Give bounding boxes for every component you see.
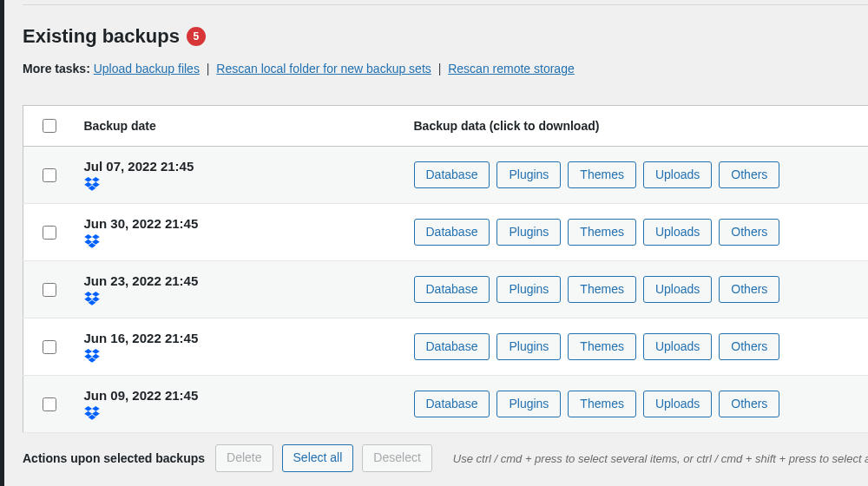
storage-indicator xyxy=(84,292,397,305)
backup-date: Jun 30, 2022 21:45 xyxy=(84,216,397,231)
plugins-button[interactable]: Plugins xyxy=(496,333,561,361)
heading-title: Existing backups xyxy=(23,25,180,48)
actions-hint: Use ctrl / cmd + press to select several… xyxy=(453,452,868,465)
table-row: Jun 16, 2022 21:45DatabasePluginsThemesU… xyxy=(23,319,869,376)
storage-indicator xyxy=(84,177,397,191)
plugins-button[interactable]: Plugins xyxy=(496,219,561,246)
top-divider xyxy=(23,4,868,5)
table-row: Jun 30, 2022 21:45DatabasePluginsThemesU… xyxy=(23,204,869,261)
separator: | xyxy=(203,62,214,76)
plugins-button[interactable]: Plugins xyxy=(496,276,561,304)
database-button[interactable]: Database xyxy=(414,219,490,246)
dropbox-icon xyxy=(84,349,100,363)
storage-indicator xyxy=(84,349,397,363)
table-row: Jun 09, 2022 21:45DatabasePluginsThemesU… xyxy=(23,376,869,433)
col-checkbox xyxy=(23,106,76,147)
data-buttons: DatabasePluginsThemesUploadsOthers xyxy=(414,219,860,246)
col-backup-date: Backup date xyxy=(76,106,405,147)
uploads-button[interactable]: Uploads xyxy=(643,161,712,189)
themes-button[interactable]: Themes xyxy=(568,161,636,189)
uploads-button[interactable]: Uploads xyxy=(643,219,712,246)
plugins-button[interactable]: Plugins xyxy=(496,161,561,189)
actions-label: Actions upon selected backups xyxy=(23,451,205,465)
backup-date: Jun 09, 2022 21:45 xyxy=(84,388,397,403)
rescan-local-link[interactable]: Rescan local folder for new backup sets xyxy=(216,62,431,76)
separator: | xyxy=(435,62,445,76)
backups-table-wrap: Backup date Backup data (click to downlo… xyxy=(23,105,868,433)
backup-count-badge: 5 xyxy=(187,27,206,46)
row-checkbox[interactable] xyxy=(43,397,56,411)
storage-indicator xyxy=(84,234,397,248)
storage-indicator xyxy=(84,406,397,420)
deselect-button[interactable]: Deselect xyxy=(362,444,431,472)
more-tasks-label: More tasks: xyxy=(23,62,90,76)
dropbox-icon xyxy=(84,406,100,420)
backup-date: Jul 07, 2022 21:45 xyxy=(84,159,397,174)
others-button[interactable]: Others xyxy=(719,219,779,246)
dropbox-icon xyxy=(84,292,100,305)
rescan-remote-link[interactable]: Rescan remote storage xyxy=(448,62,575,76)
row-checkbox[interactable] xyxy=(43,226,56,240)
themes-button[interactable]: Themes xyxy=(568,333,636,361)
database-button[interactable]: Database xyxy=(414,333,490,361)
themes-button[interactable]: Themes xyxy=(568,219,636,246)
backup-date: Jun 16, 2022 21:45 xyxy=(84,331,397,345)
database-button[interactable]: Database xyxy=(414,161,490,189)
others-button[interactable]: Others xyxy=(719,161,779,189)
database-button[interactable]: Database xyxy=(414,391,490,418)
data-buttons: DatabasePluginsThemesUploadsOthers xyxy=(414,161,860,189)
data-buttons: DatabasePluginsThemesUploadsOthers xyxy=(414,276,860,304)
more-tasks-line: More tasks: Upload backup files | Rescan… xyxy=(23,61,575,78)
table-row: Jun 23, 2022 21:45DatabasePluginsThemesU… xyxy=(23,261,869,319)
plugins-button[interactable]: Plugins xyxy=(496,391,561,418)
dropbox-icon xyxy=(84,234,100,248)
backup-date: Jun 23, 2022 21:45 xyxy=(84,273,397,288)
others-button[interactable]: Others xyxy=(719,276,779,304)
upload-backup-link[interactable]: Upload backup files xyxy=(94,62,200,76)
row-checkbox[interactable] xyxy=(43,340,56,354)
table-row: Jul 07, 2022 21:45DatabasePluginsThemesU… xyxy=(23,147,869,204)
row-checkbox[interactable] xyxy=(43,283,56,297)
existing-backups-heading: Existing backups 5 xyxy=(23,25,206,48)
backups-table: Backup date Backup data (click to downlo… xyxy=(23,105,868,433)
delete-button[interactable]: Delete xyxy=(215,444,273,472)
select-all-checkbox[interactable] xyxy=(43,119,56,133)
uploads-button[interactable]: Uploads xyxy=(643,276,712,304)
wp-admin-sidebar-sliver xyxy=(0,0,4,486)
uploads-button[interactable]: Uploads xyxy=(643,333,712,361)
uploads-button[interactable]: Uploads xyxy=(643,391,712,418)
select-all-button[interactable]: Select all xyxy=(282,444,354,472)
actions-bar: Actions upon selected backups Delete Sel… xyxy=(23,444,868,472)
themes-button[interactable]: Themes xyxy=(568,276,636,304)
dropbox-icon xyxy=(84,177,100,191)
others-button[interactable]: Others xyxy=(719,333,779,361)
themes-button[interactable]: Themes xyxy=(568,391,636,418)
row-checkbox[interactable] xyxy=(43,168,56,182)
col-backup-data: Backup data (click to download) xyxy=(405,106,869,147)
others-button[interactable]: Others xyxy=(719,391,779,418)
database-button[interactable]: Database xyxy=(414,276,490,304)
data-buttons: DatabasePluginsThemesUploadsOthers xyxy=(414,391,860,418)
data-buttons: DatabasePluginsThemesUploadsOthers xyxy=(414,333,860,361)
